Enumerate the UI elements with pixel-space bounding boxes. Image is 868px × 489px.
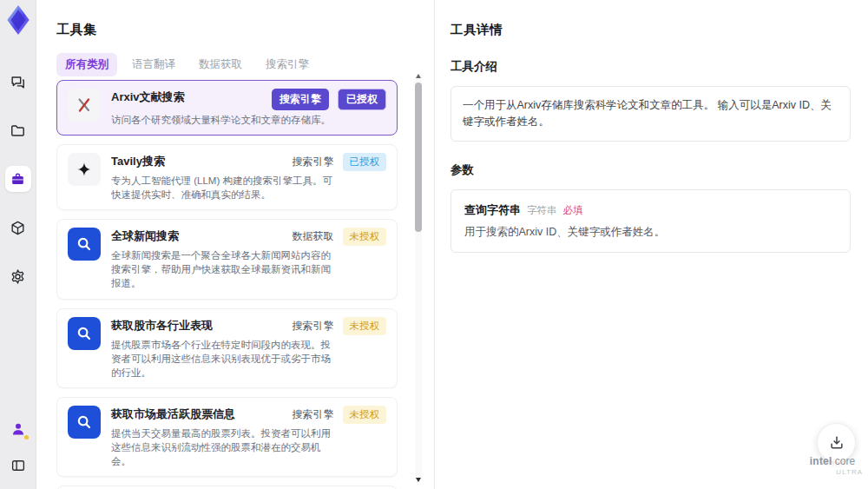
tool-main: 获取市场最活跃股票信息 搜索引擎 未授权 提供当天交易量最高的股票列表。投资者可… [111,406,386,468]
tool-badges: 数据获取 未授权 [293,228,387,246]
list-scrollbar[interactable] [415,74,422,482]
bluesearch-icon [68,228,101,261]
scroll-down-arrow-icon[interactable] [416,478,421,482]
tool-head: 获取股市各行业表现 搜索引擎 未授权 [111,317,386,335]
tool-card[interactable]: 获取市场最活跃股票信息 搜索引擎 未授权 提供当天交易量最高的股票列表。投资者可… [56,397,398,477]
tool-card[interactable]: Arxiv文献搜索 搜索引擎 已授权 访问各个研究领域大量科学论文和文章的存储库… [56,80,398,135]
tool-status-badge: 已授权 [343,153,387,171]
tool-card[interactable]: 全球新闻搜索 数据获取 未授权 全球新闻搜索是一个聚合全球各大新闻网站内容的搜索… [56,219,398,299]
panel-toggle-icon [10,458,26,473]
sidebar-item-models[interactable] [5,215,31,241]
chat-icon [10,74,26,90]
brand-ultra: ULTRA [802,468,863,476]
tool-badges: 搜索引擎 未授权 [293,406,387,424]
folder-icon [10,122,26,139]
tool-badges: 搜索引擎 未授权 [293,317,387,335]
tab-2[interactable]: 数据获取 [190,53,251,76]
scrollbar-thumb[interactable] [415,83,422,232]
params-section-label: 参数 [450,162,851,178]
sidebar-item-panel-toggle[interactable] [5,453,31,479]
param-description: 用于搜索的Arxiv ID、关键字或作者姓名。 [464,225,837,240]
param-card: 查询字符串 字符串 必填 用于搜索的Arxiv ID、关键字或作者姓名。 [450,189,851,253]
app-sidebar [0,0,36,489]
download-icon [828,434,845,452]
sidebar-item-settings[interactable] [5,263,31,289]
user-icon [10,421,26,437]
tool-title: 获取股市各行业表现 [111,317,213,334]
tool-main: 全球新闻搜索 数据获取 未授权 全球新闻搜索是一个聚合全球各大新闻网站内容的搜索… [111,228,386,290]
category-tabs: 所有类别语言翻译数据获取搜索引擎 [56,53,415,76]
tool-status-badge: 未授权 [343,317,387,335]
tool-title: Tavily搜索 [111,153,165,169]
tool-list: Arxiv文献搜索 搜索引擎 已授权 访问各个研究领域大量科学论文和文章的存储库… [56,80,415,489]
search-app-icon [75,324,94,343]
intro-section-label: 工具介绍 [450,59,851,75]
tool-description: 提供股票市场各个行业在特定时间段内的表现。投资者可以利用这些信息来识别表现优于或… [111,338,335,380]
page-title: 工具集 [56,22,415,38]
param-type: 字符串 [527,204,557,217]
param-required-badge: 必填 [563,204,583,217]
tool-description: 专为人工智能代理 (LLM) 构建的搜索引擎工具。可快速提供实时、准确和真实的结… [111,174,335,202]
tool-description: 全球新闻搜索是一个聚合全球各大新闻网站内容的搜索引擎，帮助用户快速获取全球最新资… [111,248,335,290]
tool-status-badge: 未授权 [343,228,387,246]
tool-card[interactable]: Tavily搜索 搜索引擎 已授权 专为人工智能代理 (LLM) 构建的搜索引擎… [56,144,398,210]
tool-main: 获取股市各行业表现 搜索引擎 未授权 提供股票市场各个行业在特定时间段内的表现。… [111,317,386,380]
tool-title: 全球新闻搜索 [111,228,179,244]
tool-description: 提供当天交易量最高的股票列表。投资者可以利用这些信息来识别流动性强的股票和潜在的… [111,426,335,468]
tool-main: Tavily搜索 搜索引擎 已授权 专为人工智能代理 (LLM) 构建的搜索引擎… [111,153,386,202]
tool-head: 全球新闻搜索 数据获取 未授权 [111,228,386,246]
tool-head: 获取市场最活跃股票信息 搜索引擎 未授权 [111,406,386,424]
scroll-up-arrow-icon[interactable] [416,74,421,78]
arxiv-chi-icon [76,96,93,114]
tool-title: Arxiv文献搜索 [111,89,185,105]
tool-title: 获取市场最活跃股票信息 [111,406,235,422]
cube-icon [10,220,26,236]
app-logo [4,4,32,36]
sidebar-item-files[interactable] [5,117,31,143]
gem-logo-icon [4,4,32,36]
tool-detail-panel: 工具详情 工具介绍 一个用于从Arxiv存储库搜索科学论文和文章的工具。 输入可… [434,0,868,489]
intel-core-logo: intel core ULTRA [802,455,863,476]
tab-3[interactable]: 搜索引擎 [257,53,318,76]
search-app-icon [75,235,94,254]
sidebar-item-tools[interactable] [5,166,31,192]
search-app-icon [75,413,94,432]
detail-title: 工具详情 [450,22,851,38]
tab-1[interactable]: 语言翻译 [123,53,184,76]
tool-head: Tavily搜索 搜索引擎 已授权 [111,153,386,171]
sidebar-bottom [5,416,31,479]
tool-category-badge: 搜索引擎 [293,155,334,169]
tavily-icon [68,153,101,186]
tool-description: 访问各个研究领域大量科学论文和文章的存储库。 [111,113,335,127]
tool-card[interactable]: 万维地区新闻查询 搜索引擎 未授权 查询具体行政区划内的新闻，快速了解各地新闻动 [56,486,398,489]
param-name: 查询字符串 [464,202,521,218]
tab-0[interactable]: 所有类别 [56,53,117,76]
param-head: 查询字符串 字符串 必填 [464,202,837,218]
status-dot [24,435,29,439]
brand-core: core [835,455,855,467]
sparkle-icon [76,162,92,177]
tool-category-badge: 数据获取 [293,229,334,244]
tool-category-badge: 搜索引擎 [293,319,334,334]
sidebar-item-chat[interactable] [5,69,31,95]
tool-badges: 搜索引擎 已授权 [272,89,386,110]
intro-box: 一个用于从Arxiv存储库搜索科学论文和文章的工具。 输入可以是Arxiv ID… [450,86,851,142]
gear-icon [10,268,26,285]
bluesearch-icon [68,317,101,350]
sidebar-item-user[interactable] [5,416,31,442]
tool-category-badge: 搜索引擎 [293,407,334,422]
tool-status-badge: 未授权 [343,406,387,424]
sidebar-nav [5,69,31,289]
tool-badges: 搜索引擎 已授权 [293,153,387,171]
tool-list-panel: 工具集 所有类别语言翻译数据获取搜索引擎 Arxiv文献搜索 搜索引擎 已授权 … [37,0,434,489]
arxiv-icon [68,89,101,122]
tool-card[interactable]: 获取股市各行业表现 搜索引擎 未授权 提供股票市场各个行业在特定时间段内的表现。… [56,308,398,388]
tool-status-badge: 已授权 [338,89,386,110]
tool-category-badge: 搜索引擎 [272,89,329,110]
tool-main: Arxiv文献搜索 搜索引擎 已授权 访问各个研究领域大量科学论文和文章的存储库… [111,89,386,127]
briefcase-icon [10,171,26,188]
tool-head: Arxiv文献搜索 搜索引擎 已授权 [111,89,386,110]
brand-intel: intel [810,455,832,467]
bluesearch-icon [68,406,101,439]
